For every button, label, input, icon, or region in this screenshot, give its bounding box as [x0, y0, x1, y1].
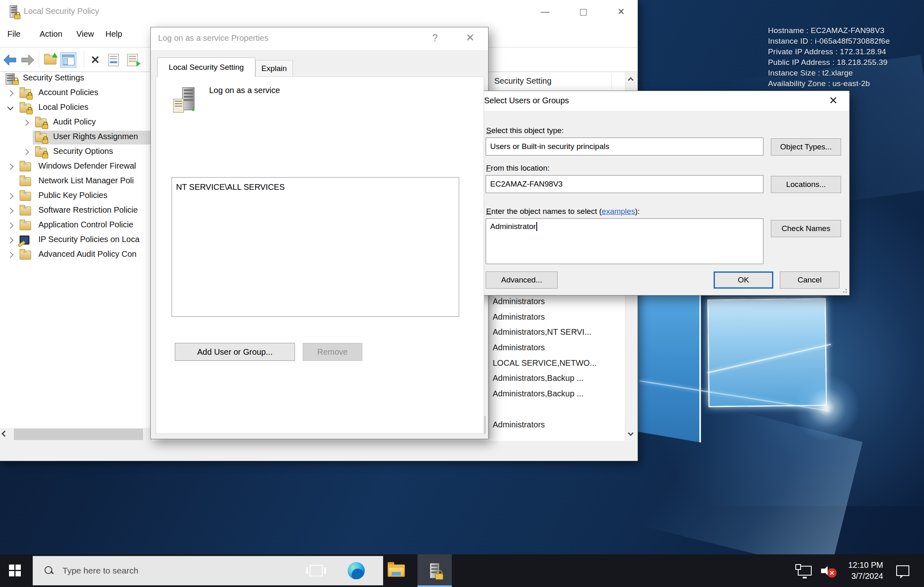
- delete-icon[interactable]: ✕: [87, 52, 103, 68]
- back-icon[interactable]: [2, 52, 18, 68]
- tree-item[interactable]: Windows Defender Firewal: [0, 160, 152, 174]
- show-console-tree-icon[interactable]: [60, 52, 76, 68]
- file-explorer-icon[interactable]: [383, 554, 409, 587]
- chevron-right-icon[interactable]: [7, 164, 14, 170]
- security-setting-value[interactable]: LOCAL SERVICE,NETWO...: [493, 356, 615, 371]
- folder-icon: [20, 162, 32, 172]
- tree-item[interactable]: Account Policies: [0, 87, 152, 100]
- tree-item[interactable]: Security Settings: [0, 72, 152, 86]
- tree-item[interactable]: IP Security Policies on Loca: [0, 233, 152, 247]
- security-setting-value[interactable]: Administrators: [493, 294, 615, 309]
- ec2-info-line: Availability Zone : us-east-2b: [768, 78, 890, 89]
- tree-item[interactable]: Local Policies: [0, 101, 152, 115]
- members-listbox[interactable]: NT SERVICE\ALL SERVICES: [172, 177, 459, 317]
- tree-item-label: Network List Manager Poli: [38, 176, 134, 185]
- chevron-right-icon[interactable]: [7, 222, 14, 229]
- server-lock-icon: [6, 73, 18, 84]
- scroll-down-icon[interactable]: [628, 430, 634, 436]
- column-security-setting[interactable]: Security Setting: [494, 76, 551, 86]
- tree-item[interactable]: Network List Manager Poli: [0, 175, 152, 189]
- screen: Hostname : EC2AMAZ-FAN98V3Instance ID : …: [0, 0, 924, 587]
- tree-item[interactable]: User Rights Assignmen: [0, 131, 152, 145]
- member-item[interactable]: NT SERVICE\ALL SERVICES: [176, 182, 459, 192]
- folder-icon: [20, 176, 32, 187]
- add-user-or-group-button[interactable]: Add User or Group...: [175, 343, 295, 361]
- tree-item-label: Software Restriction Policie: [38, 205, 138, 215]
- forward-icon[interactable]: [20, 52, 36, 68]
- chevron-right-icon[interactable]: [23, 120, 29, 126]
- security-setting-value[interactable]: Administrators: [493, 309, 615, 325]
- volume-muted-icon[interactable]: ✕: [817, 554, 839, 587]
- cancel-button[interactable]: Cancel: [780, 271, 839, 289]
- advanced-button[interactable]: Advanced...: [486, 271, 558, 289]
- tree-item[interactable]: Security Options: [0, 145, 152, 159]
- menu-view[interactable]: View: [76, 29, 94, 39]
- scrollbar-thumb[interactable]: [14, 429, 143, 440]
- object-types-button[interactable]: Object Types...: [771, 138, 841, 156]
- tab-explain[interactable]: Explain: [255, 60, 293, 77]
- check-names-button[interactable]: Check Names: [771, 220, 841, 237]
- security-setting-value[interactable]: Administrators,NT SERVI...: [493, 325, 615, 340]
- taskbar: Type here to search ✕ 12:10 PM 3/7/2024: [0, 554, 924, 587]
- maximize-button[interactable]: [564, 0, 602, 24]
- properties-icon[interactable]: [105, 52, 122, 68]
- clock[interactable]: 12:10 PM 3/7/2024: [841, 554, 883, 587]
- locations-button[interactable]: Locations...: [771, 176, 841, 193]
- chevron-right-icon[interactable]: [7, 252, 14, 258]
- menu-action[interactable]: Action: [40, 29, 62, 39]
- task-view-button[interactable]: [303, 554, 329, 587]
- ec2-info-line: Hostname : EC2AMAZ-FAN98V3: [768, 25, 890, 36]
- start-button[interactable]: [0, 554, 30, 587]
- tab-page: Log on as a service NT SERVICE\ALL SERVI…: [156, 76, 484, 434]
- security-setting-value[interactable]: Administrators: [493, 340, 615, 356]
- ipsec-policy-icon: [20, 235, 32, 246]
- scroll-up-icon[interactable]: [628, 77, 634, 83]
- object-type-label: Select this object type:: [486, 126, 564, 135]
- select-dialog-titlebar[interactable]: Select Users or Groups ✕: [476, 91, 849, 111]
- chevron-right-icon[interactable]: [7, 90, 14, 97]
- taskbar-search[interactable]: Type here to search: [33, 556, 383, 585]
- edge-icon[interactable]: [343, 554, 369, 587]
- scroll-left-icon[interactable]: [2, 431, 8, 437]
- security-setting-value[interactable]: Administrators,Backup ...: [493, 386, 615, 402]
- network-icon[interactable]: [794, 554, 815, 587]
- examples-link[interactable]: examples: [602, 207, 635, 216]
- tree-horizontal-scrollbar[interactable]: [0, 428, 151, 441]
- security-setting-value[interactable]: Administrators: [493, 417, 615, 433]
- ok-button[interactable]: OK: [714, 271, 773, 289]
- action-center-icon[interactable]: [891, 554, 915, 587]
- help-icon[interactable]: ?: [427, 32, 443, 44]
- chevron-right-icon[interactable]: [7, 237, 14, 244]
- properties-dialog-titlebar[interactable]: Log on as a service Properties ? ✕: [151, 27, 488, 50]
- remove-button[interactable]: Remove: [303, 343, 362, 361]
- security-setting-value[interactable]: Administrators,Backup ...: [493, 371, 615, 386]
- close-icon[interactable]: ✕: [823, 94, 844, 107]
- menu-help[interactable]: Help: [105, 29, 122, 39]
- tree-item[interactable]: Public Key Policies: [0, 189, 152, 203]
- local-security-policy-taskbar-icon[interactable]: [417, 554, 452, 587]
- security-setting-value[interactable]: [493, 402, 615, 417]
- up-level-icon[interactable]: [42, 52, 58, 68]
- location-field[interactable]: EC2AMAZ-FAN98V3: [486, 175, 763, 193]
- chevron-right-icon[interactable]: [7, 208, 14, 214]
- close-button[interactable]: ✕: [602, 0, 640, 24]
- export-list-icon[interactable]: [124, 52, 141, 68]
- chevron-right-icon[interactable]: [7, 193, 14, 200]
- object-names-input[interactable]: Administrator: [486, 218, 763, 264]
- minimize-button[interactable]: —: [526, 0, 564, 24]
- ec2-info-line: Private IP Address : 172.31.28.94: [768, 47, 890, 57]
- tree-item[interactable]: Application Control Policie: [0, 219, 152, 233]
- resize-grip[interactable]: [841, 287, 847, 293]
- tab-local-security-setting[interactable]: Local Security Setting: [157, 58, 255, 77]
- tree-item[interactable]: Audit Policy: [0, 116, 152, 130]
- menu-file[interactable]: File: [7, 29, 20, 39]
- tree-item[interactable]: Advanced Audit Policy Con: [0, 248, 152, 262]
- object-type-field[interactable]: Users or Built-in security principals: [486, 138, 763, 156]
- window-titlebar[interactable]: Local Security Policy — ✕: [0, 0, 638, 24]
- close-icon[interactable]: ✕: [460, 31, 481, 44]
- chevron-down-icon[interactable]: [7, 104, 14, 111]
- tree-item-label: Advanced Audit Policy Con: [38, 249, 136, 259]
- tree-item[interactable]: Software Restriction Policie: [0, 204, 152, 218]
- chevron-right-icon[interactable]: [23, 149, 29, 156]
- wallpaper-light-star: [792, 373, 861, 442]
